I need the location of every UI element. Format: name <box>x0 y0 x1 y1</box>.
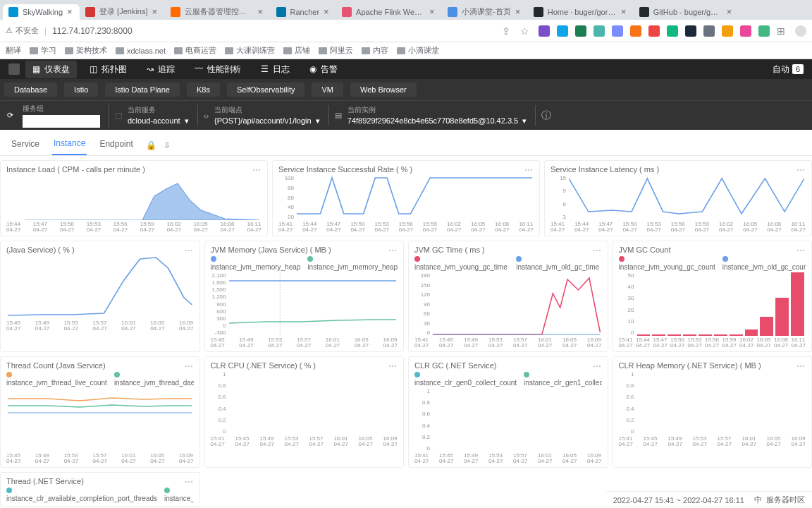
bookmark-item[interactable]: 阿里云 <box>319 45 353 56</box>
more-icon[interactable]: ⋯ <box>593 246 602 255</box>
card-latency: Service Instance Latency ( ms )⋯ 15963 1… <box>544 160 812 236</box>
subnav-selfobs[interactable]: SelfObservability <box>227 83 305 97</box>
subnav-istio[interactable]: Istio <box>64 83 98 97</box>
time-range[interactable]: 2022-04-27 15:41 ~ 2022-04-27 16:11 <box>613 496 744 504</box>
browser-tabs: SkyWalking× 登录 [Jenkins]× 云服务器管理控制台× Ran… <box>0 0 812 20</box>
more-icon[interactable]: ⋯ <box>185 246 194 255</box>
bookmark-item[interactable]: 小滴课堂 <box>397 45 439 56</box>
dashboard: Instance Load ( CPM - calls per minute )… <box>0 156 812 508</box>
subnav-database[interactable]: Database <box>4 83 57 97</box>
more-icon[interactable]: ⋯ <box>388 246 398 255</box>
bookmark-item[interactable]: 大课训练营 <box>225 45 275 56</box>
subnav-vm[interactable]: VM <box>312 83 343 97</box>
alarm-icon: ◉ <box>309 64 316 74</box>
nav-topology[interactable]: ◫拓扑图 <box>82 61 134 78</box>
close-icon[interactable]: × <box>429 8 436 16</box>
more-icon[interactable]: ⋯ <box>796 361 806 371</box>
card-jvm-gc-time: JVM GC Time ( ms )⋯ instance_jvm_young_g… <box>408 241 608 352</box>
subnav-istio-dataplane[interactable]: Istio Data Plane <box>105 83 180 97</box>
browser-tab-goreplay-wiki[interactable]: Home · buger/goreplay Wi× <box>528 4 634 20</box>
log-icon: ☰ <box>261 64 269 74</box>
chart-icon: 〰 <box>195 64 203 74</box>
card-jvm-gc-count: JVM GC Count⋯ instance_jvm_young_gc_coun… <box>613 241 813 352</box>
address-bar: ⚠ 不安全 | 112.74.107.230:8000 ⇪ ☆ ⊞ <box>0 20 812 42</box>
star-icon[interactable]: ☆ <box>520 25 531 37</box>
close-icon[interactable]: × <box>67 8 74 16</box>
browser-tab-flink[interactable]: Apache Flink Web Dashbo× <box>336 4 442 20</box>
subtab-endpoint[interactable]: Endpoint <box>98 136 134 155</box>
card-jvm-memory: JVM Memory (Java Service) ( MB )⋯ instan… <box>204 241 405 352</box>
nav-trace[interactable]: ↝追踪 <box>140 61 182 78</box>
more-icon[interactable]: ⋯ <box>796 246 806 255</box>
browser-tab-jenkins[interactable]: 登录 [Jenkins]× <box>80 4 164 20</box>
bookmark-item[interactable]: 内容 <box>362 45 388 56</box>
nav-profile[interactable]: 〰性能剖析 <box>187 61 248 78</box>
card-clr-cpu: CLR CPU (.NET Service) ( % )⋯ 10.80.60.4… <box>204 356 405 468</box>
url-display[interactable]: 112.74.107.230:8000 <box>52 26 496 36</box>
close-icon[interactable]: × <box>621 8 628 16</box>
current-endpoint-select[interactable]: {POST}/api/account/v1/login ▾ <box>214 116 320 126</box>
card-success-rate: Service Instance Successful Rate ( % )⋯ … <box>272 160 540 236</box>
bookmark-item[interactable]: 架构技术 <box>65 45 107 56</box>
bookmark-item[interactable]: 学习 <box>30 45 56 56</box>
bookmark-item[interactable]: 翻译 <box>6 45 21 56</box>
download-icon[interactable]: ⇩ <box>164 140 171 150</box>
more-icon[interactable]: ⋯ <box>185 361 194 371</box>
more-icon[interactable]: ⋯ <box>252 165 262 175</box>
folder-icon <box>319 47 327 54</box>
code-icon: ‹› <box>204 111 209 120</box>
lock-icon[interactable]: 🔒 <box>146 140 156 150</box>
browser-tab-ecs[interactable]: 云服务器管理控制台× <box>165 4 271 20</box>
card-clr-gc: CLR GC (.NET Service)⋯ instance_clr_gen0… <box>408 356 608 468</box>
more-icon[interactable]: ⋯ <box>593 361 602 371</box>
bookmark-item[interactable]: xdclass.net <box>116 47 166 55</box>
info-icon[interactable]: ⓘ <box>541 109 551 122</box>
trace-icon: ↝ <box>147 64 154 74</box>
logo-icon <box>8 64 20 75</box>
refresh-icon[interactable]: ⟳ <box>7 111 17 121</box>
current-service-select[interactable]: dcloud-account ▾ <box>128 116 189 126</box>
card-thread-count: Thread Count (Java Service)⋯ instance_jv… <box>0 356 200 468</box>
service-group-input[interactable] <box>23 115 100 128</box>
extensions-icon[interactable]: ⊞ <box>777 25 788 37</box>
more-icon[interactable]: ⋯ <box>185 477 194 487</box>
folder-icon <box>30 47 38 54</box>
more-icon[interactable]: ⋯ <box>524 165 534 175</box>
card-clr-thread: Thread (.NET Service)⋯ instance_clr_avai… <box>0 472 200 507</box>
card-java-service-pct: (Java Service) ( % )⋯ 15:4504-2715:4904-… <box>0 241 200 352</box>
subtab-instance[interactable]: Instance <box>52 135 87 155</box>
bookmark-item[interactable]: 店铺 <box>283 45 310 56</box>
footer-bar: 2022-04-27 15:41 ~ 2022-04-27 16:11 中 服务… <box>606 491 812 508</box>
more-icon[interactable]: ⋯ <box>796 165 806 175</box>
auto-refresh[interactable]: 自动6 <box>773 64 804 75</box>
folder-icon <box>362 47 370 54</box>
close-icon[interactable]: × <box>727 8 734 16</box>
browser-tab-rancher[interactable]: Rancher× <box>271 4 337 20</box>
nav-alarm[interactable]: ◉告警 <box>302 61 345 78</box>
subnav-webbrowser[interactable]: Web Browser <box>350 83 417 97</box>
more-icon[interactable]: ⋯ <box>388 361 398 371</box>
browser-tab-skywalking[interactable]: SkyWalking× <box>3 4 80 20</box>
folder-icon <box>65 47 73 54</box>
app-topnav: ▦仪表盘 ◫拓扑图 ↝追踪 〰性能剖析 ☰日志 ◉告警 自动6 <box>0 59 812 79</box>
share-icon[interactable]: ⇪ <box>502 25 513 37</box>
subtab-service[interactable]: Service <box>10 136 41 155</box>
close-icon[interactable]: × <box>324 8 331 16</box>
current-instance-select[interactable]: 74f8929f29624e8cb4e65c7708e8efd5@10.42.3… <box>347 116 527 126</box>
topology-icon: ◫ <box>90 64 97 74</box>
cube-icon: ⬚ <box>115 111 122 120</box>
browser-tab-goreplay[interactable]: GitHub - buger/goreplay: G× <box>634 4 739 20</box>
avatar-icon[interactable] <box>795 25 806 37</box>
server-icon: ▤ <box>335 111 342 120</box>
bookmark-item[interactable]: 电商运营 <box>174 45 216 56</box>
close-icon[interactable]: × <box>258 8 265 16</box>
card-instance-load: Instance Load ( CPM - calls per minute )… <box>0 160 268 236</box>
close-icon[interactable]: × <box>152 8 159 16</box>
close-icon[interactable]: × <box>515 8 522 16</box>
subtabs: Service Instance Endpoint 🔒⇩ <box>0 130 812 156</box>
subnav-k8s[interactable]: K8s <box>187 83 220 97</box>
nav-log[interactable]: ☰日志 <box>254 61 297 78</box>
nav-dashboard[interactable]: ▦仪表盘 <box>25 61 77 78</box>
browser-tab-xdclass[interactable]: 小滴课堂-首页× <box>442 4 528 20</box>
context-bar: ⟳ 服务组 ⬚ 当前服务dcloud-account ▾ ‹› 当前端点{POS… <box>0 100 812 130</box>
